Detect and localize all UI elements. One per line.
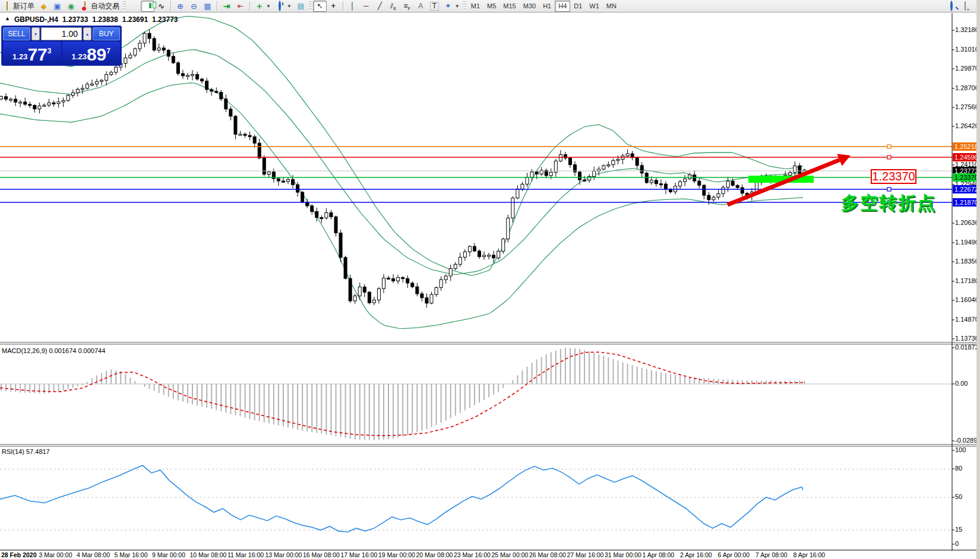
crosshair-button[interactable]: + xyxy=(327,1,340,12)
timeframe-d1[interactable]: D1 xyxy=(570,1,586,12)
timeframe-m1[interactable]: M1 xyxy=(467,1,483,12)
volume-up-button[interactable]: ▲ xyxy=(83,27,91,40)
price-tick-label: 1.18350 xyxy=(955,258,979,265)
time-tick-label: 23 Mar 16:00 xyxy=(454,551,491,558)
ohlc-high: 1.23838 xyxy=(92,15,118,24)
toolbar-separator xyxy=(343,1,343,11)
candlestick-chart-button[interactable] xyxy=(141,1,154,12)
chevron-down-icon: ▼ xyxy=(266,4,271,9)
symbol-name: GBPUSD-,H4 xyxy=(14,15,58,24)
bar-chart-button[interactable] xyxy=(127,1,141,12)
equidistant-channel-button[interactable]: ⫽E xyxy=(387,1,400,12)
cursor-icon: ↖ xyxy=(315,2,324,11)
volume-input[interactable]: 1.00 xyxy=(41,27,82,40)
time-tick-label: 20 Mar 08:00 xyxy=(416,551,453,558)
timeframe-mn[interactable]: MN xyxy=(603,1,620,12)
time-tick-label: 17 Mar 16:00 xyxy=(341,551,378,558)
templates-button[interactable]: ▤ xyxy=(294,1,308,12)
trendline-icon: ╱ xyxy=(375,2,384,11)
main-toolbar: 新订单◆▣◉自动交易∿⊕⊖▦⇥⇤＋▼▼▤↖+│─╱⫽E≡FAT✦▼M1M5M15… xyxy=(0,0,980,12)
search-icon xyxy=(950,1,953,11)
chart-window[interactable]: ▲ GBPUSD-,H4 1.23733 1.23838 1.23691 1.2… xyxy=(0,13,980,559)
tile-windows-button[interactable]: ▦ xyxy=(201,1,214,12)
ohlc-low: 1.23691 xyxy=(122,15,148,24)
price-tick-label: 1.32180 xyxy=(955,26,979,33)
time-tick-label: 5 Mar 16:00 xyxy=(115,551,148,558)
history-button[interactable]: ◆ xyxy=(37,1,50,12)
vertical-line-button[interactable]: │ xyxy=(346,1,359,12)
periods-button[interactable]: ▼ xyxy=(273,1,294,12)
sell-button[interactable]: SELL xyxy=(3,27,30,40)
buy-button[interactable]: BUY xyxy=(93,27,120,40)
ask-pipette: 7 xyxy=(106,47,110,55)
scroll-to-end-button[interactable]: ⇥ xyxy=(220,1,233,12)
bid-main: 77 xyxy=(27,47,47,62)
toolbar-separator xyxy=(463,1,466,11)
signals-icon: ◉ xyxy=(67,2,75,11)
search-button[interactable] xyxy=(944,1,958,12)
market-icon: ▣ xyxy=(53,2,62,11)
chevron-down-icon: ▼ xyxy=(455,4,460,9)
market-button[interactable]: ▣ xyxy=(50,1,64,12)
zoom-out-button[interactable]: ⊖ xyxy=(187,1,201,12)
price-tick-label: 1.26420 xyxy=(955,122,979,129)
time-tick-label: 31 Mar 00:00 xyxy=(605,551,641,558)
chat-button[interactable] xyxy=(958,1,972,12)
arrows-button[interactable]: ✦▼ xyxy=(441,1,462,12)
time-tick-label: 1 Apr 08:00 xyxy=(643,551,675,558)
zoom-in-icon: ⊕ xyxy=(176,2,185,11)
time-tick-label: 27 Mar 16:00 xyxy=(567,551,604,558)
bid-price-panel[interactable]: 1.23 77 3 xyxy=(3,42,61,64)
macd-tick-label: 0.00 xyxy=(955,380,968,387)
volume-down-button[interactable]: ▼ xyxy=(31,27,40,40)
autotrading-icon xyxy=(84,1,86,11)
timeframe-h4[interactable]: H4 xyxy=(555,1,570,12)
chart-shift-button[interactable]: ⇤ xyxy=(233,1,247,12)
line-chart-icon: ∿ xyxy=(157,2,166,11)
toolbar-separator xyxy=(123,1,126,11)
time-tick-label: 13 Mar 00:00 xyxy=(265,551,302,558)
rsi-tick-label: 80 xyxy=(955,465,962,472)
timeframe-m30[interactable]: M30 xyxy=(520,1,539,12)
timeframe-w1[interactable]: W1 xyxy=(586,1,603,12)
timeframe-m5[interactable]: M5 xyxy=(483,1,500,12)
indicators-button[interactable]: ＋▼ xyxy=(252,1,273,12)
price-tick-label: 1.27560 xyxy=(955,103,979,110)
text-label-icon: T xyxy=(430,2,439,11)
price-annotation-box[interactable]: 1.23370 xyxy=(871,169,916,184)
time-tick-label: 8 Apr 16:00 xyxy=(794,551,826,558)
horizontal-line-button[interactable]: ─ xyxy=(359,1,373,12)
cursor-button[interactable]: ↖ xyxy=(313,1,327,12)
chart-canvas[interactable] xyxy=(0,13,980,559)
time-tick-label: 6 Apr 00:00 xyxy=(718,551,750,558)
timeframe-h1[interactable]: H1 xyxy=(539,1,555,12)
toolbar-separator xyxy=(217,1,217,11)
chevron-down-icon: ▼ xyxy=(287,4,292,9)
price-tick-label: 1.28700 xyxy=(955,84,979,91)
ohlc-open: 1.23733 xyxy=(62,15,88,24)
trendline-button[interactable]: ╱ xyxy=(373,1,387,12)
time-tick-label: 16 Mar 08:00 xyxy=(303,551,340,558)
line-chart-button[interactable]: ∿ xyxy=(154,1,168,12)
text-label-button[interactable]: T xyxy=(428,1,441,12)
bid-prefix: 1.23 xyxy=(12,52,27,61)
history-icon: ◆ xyxy=(39,2,48,11)
zoom-out-icon: ⊖ xyxy=(189,2,198,11)
crosshair-icon: + xyxy=(329,2,338,11)
price-tick-label: 1.14870 xyxy=(955,316,979,323)
turning-point-annotation[interactable]: 多空转折点 xyxy=(841,191,936,215)
autotrading-button[interactable]: 自动交易 xyxy=(78,1,122,12)
zoom-in-button[interactable]: ⊕ xyxy=(173,1,187,12)
signals-button[interactable]: ◉ xyxy=(64,1,78,12)
chat-icon xyxy=(965,1,966,11)
time-tick-label: 28 Feb 2020 xyxy=(1,551,37,558)
timeframe-m15[interactable]: M15 xyxy=(500,1,519,12)
ask-price-panel[interactable]: 1.23 89 7 xyxy=(62,42,121,64)
text-button[interactable]: A xyxy=(414,1,428,12)
time-tick-label: 26 Mar 08:00 xyxy=(529,551,566,558)
time-tick-label: 9 Mar 00:00 xyxy=(152,551,185,558)
fibonacci-button[interactable]: ≡F xyxy=(400,1,414,12)
time-tick-label: 11 Mar 16:00 xyxy=(227,551,264,558)
ohlc-close: 1.23773 xyxy=(152,15,178,24)
new-order-button[interactable]: 新订单 xyxy=(0,1,37,12)
